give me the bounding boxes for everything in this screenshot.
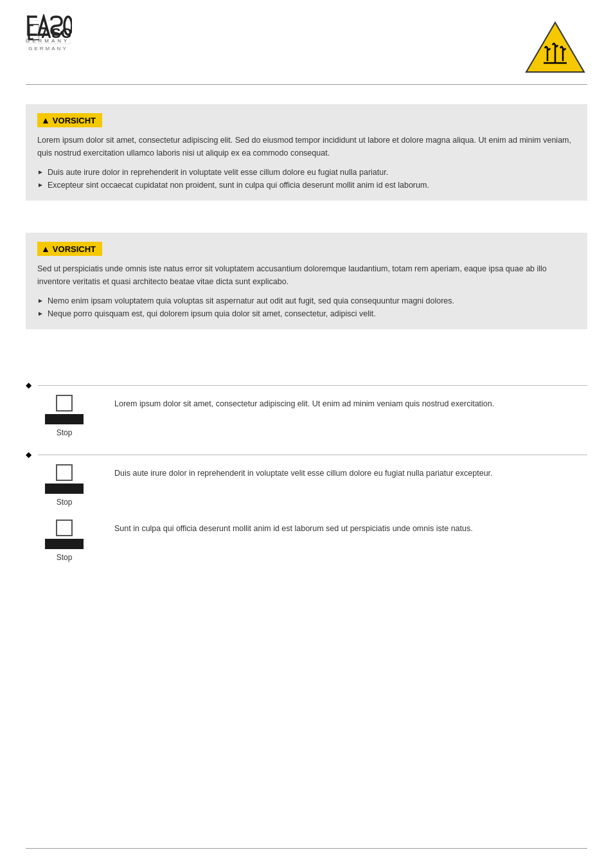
svg-point-13 [64, 17, 72, 35]
stop-bar-2 [45, 484, 84, 494]
stop-checkbox-2 [56, 464, 73, 481]
caution-bullet-1-1: Duis aute irure dolor in reprehenderit i… [37, 166, 576, 179]
stop-checkbox-3 [56, 520, 73, 536]
stop-item-3: Stop Sunt in culpa qui officia deserunt … [26, 520, 587, 562]
caution-title-1: VORSICHT [53, 116, 96, 125]
stop-label-2: Stop [57, 498, 73, 507]
caution-label-2: ▲ VORSICHT [37, 242, 102, 256]
stop-checkbox-1 [56, 395, 73, 411]
caution-box-2: ▲ VORSICHT Sed ut perspiciatis unde omni… [26, 233, 587, 329]
svg-marker-11 [39, 17, 49, 35]
step-section-3: Stop Sunt in culpa qui officia deserunt … [26, 520, 587, 562]
stop-button-graphic-1: Stop [26, 395, 103, 437]
caution-title-2: VORSICHT [53, 244, 96, 254]
stop-item-1: Stop Lorem ipsum dolor sit amet, consect… [26, 395, 587, 437]
stop-button-graphic-3: Stop [26, 520, 103, 562]
diamond-row-1: ◆ [26, 381, 587, 390]
stop-label-3: Stop [57, 553, 73, 562]
brand-country: GERMANY [28, 46, 67, 51]
step-text-3: Sunt in culpa qui officia deserunt molli… [114, 520, 587, 535]
hot-surface-icon [523, 19, 587, 79]
caution-bullets-1: Duis aute irure dolor in reprehenderit i… [37, 166, 576, 192]
stop-button-graphic-2: Stop [26, 464, 103, 507]
diamond-line-1 [38, 385, 587, 386]
step-section-2: ◆ Stop Duis aute irure dolor in reprehen… [26, 450, 587, 507]
diamond-icon-1: ◆ [26, 381, 31, 390]
caution-triangle-2: ▲ [41, 244, 50, 254]
stop-bar-3 [45, 539, 84, 549]
caution-triangle-1: ▲ [41, 115, 50, 125]
caso-logo-svg [26, 14, 72, 37]
germany-text: GERMANY [26, 38, 69, 44]
caution-bullet-2-1: Nemo enim ipsam voluptatem quia voluptas… [37, 294, 576, 307]
caution-bullets-2: Nemo enim ipsam voluptatem quia voluptas… [37, 294, 576, 320]
brand-logo: GERMANY [26, 14, 72, 44]
step-text-2: Duis aute irure dolor in reprehenderit i… [114, 464, 587, 480]
step-section-1: ◆ Stop Lorem ipsum dolor sit amet, conse… [26, 381, 587, 437]
diamond-line-2 [38, 455, 587, 455]
stop-label-1: Stop [57, 428, 73, 437]
step-text-1: Lorem ipsum dolor sit amet, consectetur … [114, 395, 587, 410]
caution-text-2: Sed ut perspiciatis unde omnis iste natu… [37, 262, 576, 288]
caution-box-1: ▲ VORSICHT Lorem ipsum dolor sit amet, c… [26, 104, 587, 201]
caution-text-1: Lorem ipsum dolor sit amet, consectetur … [37, 134, 576, 159]
stop-item-2: Stop Duis aute irure dolor in reprehende… [26, 464, 587, 507]
stop-bar-1 [45, 414, 84, 424]
caution-bullet-2-2: Neque porro quisquam est, qui dolorem ip… [37, 307, 576, 320]
caution-label-1: ▲ VORSICHT [37, 113, 102, 127]
diamond-icon-2: ◆ [26, 450, 31, 459]
caution-bullet-1-2: Excepteur sint occaecat cupidatat non pr… [37, 179, 576, 192]
page-header: A S O GERMANY [26, 19, 587, 85]
footer-line [26, 848, 587, 849]
diamond-row-2: ◆ [26, 450, 587, 459]
